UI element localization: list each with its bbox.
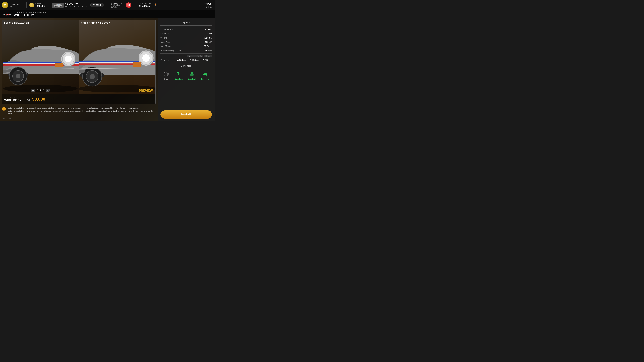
- height-value: 1,370 mm: [203, 59, 212, 61]
- car-name: 3.0 CSL '73: [65, 3, 87, 5]
- car-specs: FR / 205 BHP / 1,250 kg / NA: [65, 5, 87, 7]
- body-label: Excellent: [201, 78, 209, 80]
- length-value: 4,660 mm: [177, 59, 186, 61]
- svg-rect-2: [58, 4, 59, 5]
- menu-book-section: Menu Book --: [10, 3, 24, 7]
- pwr-label: Power-to-Weight Ratio: [160, 49, 181, 52]
- strip-divider: [24, 96, 24, 102]
- daily-miles: 12.4 Miles: [139, 5, 151, 7]
- max-torque-value: 29.2kgfm: [204, 45, 212, 47]
- coin-icon: ●: [29, 3, 34, 7]
- sub-header: ◀ 🚗 ▶ CAR MAINTENANCE & SERVICE WIDE BOD…: [0, 10, 215, 18]
- nav-dot-1: [36, 89, 38, 91]
- collector-pts: 174 pts: [111, 6, 124, 8]
- cr-label: Cr.: [27, 98, 30, 101]
- condition-title: Condition: [160, 63, 212, 68]
- level-badge: 14: [126, 2, 131, 8]
- car-info: 3.0 CSL '73 FR / 205 BHP / 1,250 kg / NA: [65, 3, 87, 7]
- part-name: WIDE BODY: [4, 98, 22, 102]
- pwr-value: 6.07kg/PS: [203, 49, 212, 52]
- condition-body: ! Excellent: [201, 71, 209, 80]
- drivetrain-row: Drivetrain FR: [160, 31, 212, 36]
- odometer-icon: [163, 71, 169, 77]
- credits-section: ● Credits 140,000: [29, 2, 45, 7]
- gt-logo: GT: [2, 2, 8, 8]
- sub-header-title: WIDE BODY: [14, 13, 46, 17]
- before-label: BEFORE INSTALLATION: [4, 22, 29, 24]
- left-panel: BEFORE INSTALLATION: [0, 18, 158, 121]
- install-button[interactable]: Install: [160, 110, 212, 119]
- width-tab[interactable]: Width: [196, 55, 204, 57]
- transmission-label: Excellent: [188, 78, 196, 80]
- car-nav: ◀ 🚗 ▶: [3, 13, 11, 15]
- drivetrain-value: FR: [209, 32, 212, 35]
- car-thumbnail: [52, 2, 64, 7]
- body-size-label: Body Size: [160, 59, 170, 61]
- top-bar: GT Menu Book -- ● Credits 140,000 3.0 CS…: [0, 0, 215, 10]
- after-panel: AFTER FITTING WIDE BODY: [79, 20, 156, 94]
- displacement-label: Displacement: [160, 28, 173, 31]
- max-power-value: 205BHP: [204, 41, 212, 43]
- oil-label: Excellent: [174, 78, 182, 80]
- weight-label: Weight: [160, 37, 167, 39]
- pp-badge: PP 411.2: [90, 3, 104, 7]
- drivetrain-label: Drivetrain: [160, 32, 169, 35]
- credits-info: Credits 140,000: [36, 2, 45, 7]
- weight-value: 1,250kg: [204, 36, 212, 39]
- car-model-label: 3.0 CSL '73: [4, 96, 22, 98]
- weight-row: Weight 1,250kg: [160, 36, 212, 40]
- run-icon: 🏃: [154, 3, 158, 7]
- body-icon: !: [202, 71, 208, 77]
- max-power-label: Max. Power: [160, 41, 171, 43]
- max-torque-label: Max. Torque: [160, 45, 172, 47]
- preview-button[interactable]: PREVIEW: [139, 89, 153, 92]
- warning-text-2: Installing a wide body will change the s…: [8, 110, 153, 115]
- height-tab[interactable]: Height: [204, 55, 212, 57]
- length-tab[interactable]: Length: [187, 55, 196, 57]
- svg-point-25: [142, 54, 150, 62]
- spec-divider-1: [160, 53, 212, 54]
- daily-workout: Daily Workout 12.4 Miles: [139, 2, 151, 7]
- pwr-row: Power-to-Weight Ratio 6.07kg/PS: [160, 48, 212, 52]
- nav-right-btn[interactable]: R1: [46, 89, 50, 91]
- svg-point-13: [65, 56, 72, 62]
- nav-left-btn[interactable]: L1: [31, 89, 35, 91]
- separator-4: [134, 2, 134, 8]
- svg-rect-33: [190, 72, 192, 74]
- collector-title: Collector Level: [111, 2, 124, 4]
- svg-point-31: [166, 73, 166, 74]
- displacement-value: 3,153cc: [204, 28, 212, 31]
- svg-point-1: [60, 5, 61, 7]
- current-time: 21:31: [204, 2, 213, 6]
- right-panel: Specs Displacement 3,153cc Drivetrain FR…: [158, 18, 215, 121]
- car-model-section: 3.0 CSL '73 WIDE BODY: [4, 96, 22, 102]
- svg-point-19: [90, 74, 95, 79]
- max-power-row: Max. Power 205BHP: [160, 40, 212, 44]
- body-size-header: Length Width Height: [160, 55, 212, 57]
- specs-title: Specs: [160, 21, 212, 26]
- time-section: 21:31 27th Jan: [204, 2, 213, 8]
- collector-next: To Next Level: [111, 4, 124, 6]
- sub-header-subtitle: CAR MAINTENANCE & SERVICE: [14, 11, 46, 13]
- menu-book-sub: --: [10, 5, 24, 7]
- current-date: 27th Jan: [206, 6, 213, 8]
- captured-text: Captured on PS5: [2, 117, 156, 120]
- condition-row: 0 km Excellent: [160, 69, 212, 82]
- svg-rect-26: [133, 62, 141, 67]
- before-panel: BEFORE INSTALLATION: [2, 20, 79, 94]
- oil-icon: [176, 71, 182, 77]
- svg-rect-32: [178, 72, 179, 72]
- nav-dot-2[interactable]: [40, 89, 41, 91]
- svg-point-7: [16, 74, 20, 78]
- body-size-values: 4,660 mm 1,730 mm 1,370 mm: [177, 59, 212, 61]
- price-section: Cr. 50,000: [27, 96, 45, 102]
- car-section: 3.0 CSL '73 FR / 205 BHP / 1,250 kg / NA: [52, 2, 87, 7]
- menu-book-title: Menu Book: [10, 3, 24, 5]
- after-label: AFTER FITTING WIDE BODY: [81, 22, 110, 24]
- warning-section: i Installing a wide body will cause all …: [2, 105, 156, 117]
- condition-transmission: Excellent: [188, 71, 196, 80]
- svg-point-0: [55, 5, 56, 7]
- car-info-strip: 3.0 CSL '73 WIDE BODY Cr. 50,000: [2, 94, 156, 104]
- svg-rect-34: [192, 72, 193, 74]
- nav-controls: L1 R1: [31, 89, 50, 91]
